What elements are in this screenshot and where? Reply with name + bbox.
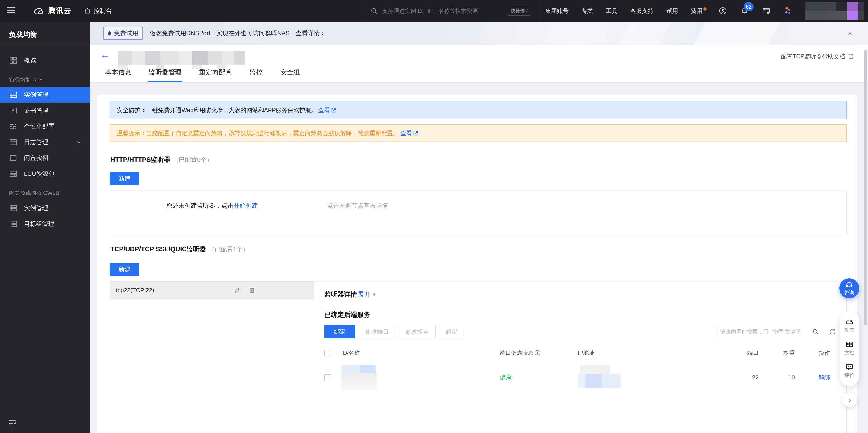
lcu-package-icon: [9, 170, 17, 178]
divider: [844, 337, 855, 337]
menu-trial[interactable]: 试用: [666, 7, 678, 15]
listener-node-tcp22[interactable]: tcp22(TCP:22): [110, 281, 314, 300]
http-listener-panel: 您还未创建监听器，点击开始创建 点击左侧节点查看详情: [110, 191, 846, 235]
delete-trash-icon[interactable]: [248, 287, 255, 293]
security-notice: 安全防护：一键免费开通Web应用防火墙，为您的网站和APP服务保驾护航。 查看: [110, 101, 846, 119]
row-unbind-link[interactable]: 解绑: [818, 374, 830, 381]
page-scrollbar[interactable]: [864, 50, 867, 326]
listener-tree: tcp22(TCP:22): [110, 281, 314, 433]
refresh-icon[interactable]: [829, 328, 836, 336]
float-toolbar-expand-icon[interactable]: ›: [842, 393, 857, 407]
external-link-icon: [331, 107, 336, 113]
sidebar-item-personalization[interactable]: 个性化配置: [0, 118, 90, 134]
banner-details-link[interactable]: 查看详情 ›: [296, 29, 324, 37]
menu-billing[interactable]: 费用: [691, 7, 706, 15]
sidebar-item-instance-management[interactable]: 实例管理: [0, 87, 90, 102]
calendar-icon: [9, 138, 17, 146]
sidebar-item-target-group-management[interactable]: 目标组管理: [0, 216, 90, 232]
weight-value: 10: [758, 374, 795, 381]
chevron-down-icon: [76, 139, 82, 145]
redirect-warning-link[interactable]: 查看: [400, 129, 418, 137]
sidebar-item-gwlb-instance-management[interactable]: 实例管理: [0, 200, 90, 216]
select-all-checkbox[interactable]: [324, 350, 331, 357]
content-card: 安全防护：一键免费开通Web应用防火墙，为您的网站和APP服务保驾护航。 查看 …: [97, 95, 857, 433]
start-create-link[interactable]: 开始创建: [234, 202, 258, 209]
sidebar-item-certificate-management[interactable]: 证书管理: [0, 102, 90, 118]
sliders-icon: [9, 122, 17, 130]
instance-id-redacted[interactable]: [341, 365, 377, 390]
tab-security-group[interactable]: 安全组: [280, 68, 300, 82]
expand-link[interactable]: 展开: [358, 290, 371, 299]
book-icon: [845, 341, 854, 348]
headset-icon: [845, 281, 853, 288]
security-notice-link[interactable]: 查看: [318, 106, 336, 114]
detail-title: 监听器详情: [324, 290, 357, 299]
help-doc-link[interactable]: 配置TCP监听器帮助文档: [781, 53, 854, 60]
external-link-icon: [413, 131, 418, 136]
search-icon: [370, 7, 378, 14]
instance-title-redacted: [118, 51, 245, 70]
sidebar-item-overview[interactable]: 概览: [0, 53, 90, 68]
menu-support[interactable]: 客服支持: [630, 7, 654, 15]
menu-tools[interactable]: 工具: [606, 7, 618, 15]
console-link[interactable]: 控制台: [84, 0, 112, 22]
topbar-menu: 集团账号 备案 工具 客服支持 试用 费用 62: [545, 0, 793, 22]
listener-detail: 监听器详情 展开 ▾ 已绑定后端服务 绑定 修改端口 修改权重 解绑 按照内网I…: [314, 281, 846, 433]
action-toolbar: 绑定 修改端口 修改权重 解绑 按照内网IP搜索，用"|"分割关键字: [324, 325, 836, 338]
sidebar-item-lcu-package[interactable]: LCU资源包: [0, 166, 90, 182]
user-account-redacted[interactable]: [805, 2, 864, 20]
tab-redirect-config[interactable]: 重定向配置: [199, 68, 232, 82]
menu-icp-filing[interactable]: 备案: [581, 7, 593, 15]
ip-address-redacted: [578, 365, 623, 390]
banner-close-icon[interactable]: ×: [848, 29, 852, 38]
assistant-icon[interactable]: [718, 6, 727, 16]
notification-bell-icon[interactable]: 62: [740, 6, 749, 16]
billing-alert-dot: [704, 7, 707, 11]
bind-button[interactable]: 绑定: [324, 325, 355, 338]
ai-sparkle-icon[interactable]: [783, 6, 793, 16]
modify-weight-button[interactable]: 修改权重: [399, 325, 436, 338]
consult-float-button[interactable]: 咨询: [839, 278, 859, 298]
topbar: 腾讯云 控制台 支持通过实例ID、IP、名称等搜索资源 快捷键 / 集团账号 备…: [0, 0, 868, 22]
float-toolbar: 动态 文档 评价: [840, 311, 859, 386]
brand-logo[interactable]: 腾讯云: [33, 0, 72, 22]
hamburger-menu-icon[interactable]: [7, 7, 15, 15]
tab-monitoring[interactable]: 监控: [250, 68, 263, 82]
unbind-button[interactable]: 解绑: [439, 325, 464, 338]
tcp-section-title: TCP/UDP/TCP SSL/QUIC监听器 （已配置1个）: [110, 245, 249, 254]
page-header: ← 配置TCP监听器帮助文档 基本信息 监听器管理 重定向配置 监控 安全组: [90, 45, 868, 83]
console-settings-icon[interactable]: [762, 6, 771, 16]
sidebar-title: 负载均衡: [0, 22, 90, 44]
docs-button[interactable]: 文档: [844, 341, 855, 356]
row-checkbox[interactable]: [324, 374, 331, 381]
table-header: ID/名称 端口健康状态ⓘ IP地址 端口 权重 操作: [324, 344, 836, 362]
ip-search-input[interactable]: 按照内网IP搜索，用"|"分割关键字: [716, 325, 823, 338]
news-button[interactable]: 动态: [844, 318, 855, 334]
http-create-button[interactable]: 新建: [110, 172, 139, 185]
notification-count: 62: [744, 2, 754, 11]
global-search-input[interactable]: 支持通过实例ID、IP、名称等搜索资源 快捷键 /: [361, 0, 539, 22]
sidebar-item-idle-instances[interactable]: 闲置实例: [0, 150, 90, 166]
info-icon[interactable]: ⓘ: [535, 350, 540, 356]
chat-feedback-icon: [845, 363, 854, 371]
sidebar-item-log-management[interactable]: 日志管理: [0, 134, 90, 150]
cloud-bell-icon: [845, 318, 854, 326]
promo-banner: 免费试用 邀您免费试用DNSPod，实现在外也可访问群晖NAS 查看详情 › ×: [90, 22, 868, 45]
overview-grid-icon: [9, 56, 17, 64]
back-arrow-icon[interactable]: ←: [100, 50, 110, 60]
idle-box-icon: [9, 154, 17, 162]
brand-name: 腾讯云: [48, 6, 72, 16]
feedback-button[interactable]: 评价: [844, 363, 855, 379]
menu-group-account[interactable]: 集团账号: [545, 7, 569, 15]
edit-pencil-icon[interactable]: [234, 287, 241, 293]
tab-basic-info[interactable]: 基本信息: [105, 68, 131, 82]
instance-icon: [9, 204, 17, 212]
modify-port-button[interactable]: 修改端口: [359, 325, 395, 338]
sidebar-collapse-icon[interactable]: [8, 420, 17, 427]
search-icon[interactable]: [812, 328, 819, 335]
tab-listener-management[interactable]: 监听器管理: [149, 68, 182, 82]
http-section-title: HTTP/HTTPS监听器 （已配置0个）: [110, 155, 213, 164]
target-group-icon: [9, 220, 17, 228]
droplet-icon: [107, 31, 112, 36]
tcp-create-button[interactable]: 新建: [110, 263, 139, 276]
